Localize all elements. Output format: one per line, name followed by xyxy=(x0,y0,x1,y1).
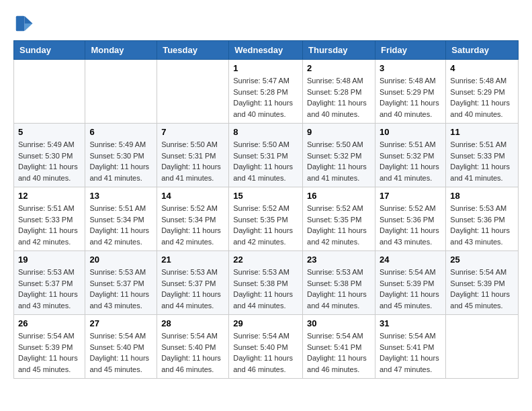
day-number: 17 xyxy=(380,191,441,201)
day-number: 10 xyxy=(380,127,441,137)
calendar-cell: 6Sunrise: 5:49 AMSunset: 5:30 PMDaylight… xyxy=(85,124,157,187)
day-info: Sunrise: 5:54 AMSunset: 5:40 PMDaylight:… xyxy=(233,330,298,375)
day-info: Sunrise: 5:49 AMSunset: 5:30 PMDaylight:… xyxy=(89,139,152,183)
day-number: 16 xyxy=(307,191,371,201)
day-of-week-header: Thursday xyxy=(303,41,375,60)
day-info: Sunrise: 5:54 AMSunset: 5:41 PMDaylight:… xyxy=(307,330,371,375)
day-number: 4 xyxy=(450,63,514,73)
day-info: Sunrise: 5:54 AMSunset: 5:39 PMDaylight:… xyxy=(18,330,81,375)
day-number: 21 xyxy=(161,255,224,265)
day-number: 28 xyxy=(161,318,224,328)
calendar-cell: 8Sunrise: 5:50 AMSunset: 5:31 PMDaylight… xyxy=(229,124,303,187)
day-number: 13 xyxy=(89,191,152,201)
calendar-cell: 18Sunrise: 5:53 AMSunset: 5:36 PMDayligh… xyxy=(446,187,519,251)
day-info: Sunrise: 5:54 AMSunset: 5:41 PMDaylight:… xyxy=(380,330,441,375)
calendar-cell: 7Sunrise: 5:50 AMSunset: 5:31 PMDaylight… xyxy=(157,124,229,187)
calendar-cell: 13Sunrise: 5:51 AMSunset: 5:34 PMDayligh… xyxy=(85,187,157,251)
day-number: 2 xyxy=(307,63,371,73)
calendar-cell: 1Sunrise: 5:47 AMSunset: 5:28 PMDaylight… xyxy=(229,60,303,124)
day-number: 9 xyxy=(307,127,371,137)
day-number: 8 xyxy=(233,127,298,137)
day-info: Sunrise: 5:51 AMSunset: 5:32 PMDaylight:… xyxy=(380,139,441,183)
calendar-cell: 14Sunrise: 5:52 AMSunset: 5:34 PMDayligh… xyxy=(157,187,229,251)
day-of-week-header: Saturday xyxy=(446,41,519,60)
day-info: Sunrise: 5:51 AMSunset: 5:34 PMDaylight:… xyxy=(89,203,152,247)
day-info: Sunrise: 5:52 AMSunset: 5:36 PMDaylight:… xyxy=(380,203,441,247)
day-info: Sunrise: 5:50 AMSunset: 5:31 PMDaylight:… xyxy=(233,139,298,183)
header xyxy=(13,13,519,34)
day-number: 29 xyxy=(233,318,298,328)
day-info: Sunrise: 5:50 AMSunset: 5:32 PMDaylight:… xyxy=(307,139,371,183)
day-info: Sunrise: 5:51 AMSunset: 5:33 PMDaylight:… xyxy=(18,203,81,247)
calendar-cell: 21Sunrise: 5:53 AMSunset: 5:37 PMDayligh… xyxy=(157,251,229,315)
day-info: Sunrise: 5:53 AMSunset: 5:38 PMDaylight:… xyxy=(307,267,371,311)
calendar-cell: 20Sunrise: 5:53 AMSunset: 5:37 PMDayligh… xyxy=(85,251,157,315)
day-number: 19 xyxy=(18,255,81,265)
calendar-cell: 26Sunrise: 5:54 AMSunset: 5:39 PMDayligh… xyxy=(14,315,85,379)
day-info: Sunrise: 5:54 AMSunset: 5:40 PMDaylight:… xyxy=(89,330,152,375)
day-info: Sunrise: 5:52 AMSunset: 5:34 PMDaylight:… xyxy=(161,203,224,247)
day-info: Sunrise: 5:48 AMSunset: 5:28 PMDaylight:… xyxy=(307,75,371,120)
day-number: 30 xyxy=(307,318,371,328)
calendar-cell: 10Sunrise: 5:51 AMSunset: 5:32 PMDayligh… xyxy=(375,124,445,187)
calendar-cell: 16Sunrise: 5:52 AMSunset: 5:35 PMDayligh… xyxy=(303,187,375,251)
calendar-cell: 19Sunrise: 5:53 AMSunset: 5:37 PMDayligh… xyxy=(14,251,85,315)
day-of-week-header: Friday xyxy=(375,41,445,60)
day-number: 14 xyxy=(161,191,224,201)
calendar-week-row: 12Sunrise: 5:51 AMSunset: 5:33 PMDayligh… xyxy=(14,187,519,251)
calendar-cell: 31Sunrise: 5:54 AMSunset: 5:41 PMDayligh… xyxy=(375,315,445,379)
calendar-table: SundayMondayTuesdayWednesdayThursdayFrid… xyxy=(13,40,519,379)
day-info: Sunrise: 5:54 AMSunset: 5:39 PMDaylight:… xyxy=(450,267,514,311)
day-info: Sunrise: 5:53 AMSunset: 5:37 PMDaylight:… xyxy=(89,267,152,311)
day-number: 3 xyxy=(380,63,441,73)
day-number: 23 xyxy=(307,255,371,265)
day-info: Sunrise: 5:53 AMSunset: 5:38 PMDaylight:… xyxy=(233,267,298,311)
calendar-cell: 3Sunrise: 5:48 AMSunset: 5:29 PMDaylight… xyxy=(375,60,445,124)
day-number: 20 xyxy=(89,255,152,265)
day-info: Sunrise: 5:48 AMSunset: 5:29 PMDaylight:… xyxy=(380,75,441,120)
day-info: Sunrise: 5:54 AMSunset: 5:40 PMDaylight:… xyxy=(161,330,224,375)
day-of-week-header: Sunday xyxy=(14,41,85,60)
day-number: 31 xyxy=(380,318,441,328)
day-number: 12 xyxy=(18,191,81,201)
day-info: Sunrise: 5:51 AMSunset: 5:33 PMDaylight:… xyxy=(450,139,514,183)
calendar-cell: 9Sunrise: 5:50 AMSunset: 5:32 PMDaylight… xyxy=(303,124,375,187)
day-number: 15 xyxy=(233,191,298,201)
calendar-cell xyxy=(157,60,229,124)
day-info: Sunrise: 5:50 AMSunset: 5:31 PMDaylight:… xyxy=(161,139,224,183)
day-number: 26 xyxy=(18,318,81,328)
day-info: Sunrise: 5:52 AMSunset: 5:35 PMDaylight:… xyxy=(233,203,298,247)
calendar-cell: 29Sunrise: 5:54 AMSunset: 5:40 PMDayligh… xyxy=(229,315,303,379)
calendar-cell: 27Sunrise: 5:54 AMSunset: 5:40 PMDayligh… xyxy=(85,315,157,379)
day-number: 25 xyxy=(450,255,514,265)
calendar-cell: 23Sunrise: 5:53 AMSunset: 5:38 PMDayligh… xyxy=(303,251,375,315)
calendar-cell: 12Sunrise: 5:51 AMSunset: 5:33 PMDayligh… xyxy=(14,187,85,251)
day-info: Sunrise: 5:54 AMSunset: 5:39 PMDaylight:… xyxy=(380,267,441,311)
page: SundayMondayTuesdayWednesdayThursdayFrid… xyxy=(0,0,532,392)
calendar-cell: 30Sunrise: 5:54 AMSunset: 5:41 PMDayligh… xyxy=(303,315,375,379)
day-info: Sunrise: 5:49 AMSunset: 5:30 PMDaylight:… xyxy=(18,139,81,183)
day-number: 24 xyxy=(380,255,441,265)
day-number: 7 xyxy=(161,127,224,137)
calendar-cell: 4Sunrise: 5:48 AMSunset: 5:29 PMDaylight… xyxy=(446,60,519,124)
calendar-cell xyxy=(14,60,85,124)
logo-icon xyxy=(13,13,34,34)
day-info: Sunrise: 5:47 AMSunset: 5:28 PMDaylight:… xyxy=(233,75,298,120)
calendar-week-row: 1Sunrise: 5:47 AMSunset: 5:28 PMDaylight… xyxy=(14,60,519,124)
day-info: Sunrise: 5:53 AMSunset: 5:36 PMDaylight:… xyxy=(450,203,514,247)
day-number: 6 xyxy=(89,127,152,137)
day-info: Sunrise: 5:52 AMSunset: 5:35 PMDaylight:… xyxy=(307,203,371,247)
day-info: Sunrise: 5:53 AMSunset: 5:37 PMDaylight:… xyxy=(161,267,224,311)
calendar-week-row: 19Sunrise: 5:53 AMSunset: 5:37 PMDayligh… xyxy=(14,251,519,315)
day-of-week-header: Tuesday xyxy=(157,41,229,60)
day-number: 5 xyxy=(18,127,81,137)
calendar-cell: 28Sunrise: 5:54 AMSunset: 5:40 PMDayligh… xyxy=(157,315,229,379)
calendar-header-row: SundayMondayTuesdayWednesdayThursdayFrid… xyxy=(14,41,519,60)
calendar-cell: 22Sunrise: 5:53 AMSunset: 5:38 PMDayligh… xyxy=(229,251,303,315)
svg-marker-1 xyxy=(25,24,33,31)
calendar-cell: 5Sunrise: 5:49 AMSunset: 5:30 PMDaylight… xyxy=(14,124,85,187)
day-number: 22 xyxy=(233,255,298,265)
calendar-cell: 17Sunrise: 5:52 AMSunset: 5:36 PMDayligh… xyxy=(375,187,445,251)
day-info: Sunrise: 5:53 AMSunset: 5:37 PMDaylight:… xyxy=(18,267,81,311)
svg-marker-0 xyxy=(25,16,33,24)
